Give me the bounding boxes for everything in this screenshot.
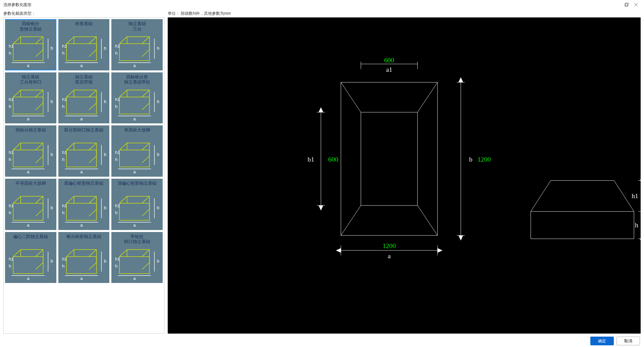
- svg-text:h1: h1: [9, 256, 14, 262]
- svg-line-123: [89, 249, 96, 256]
- svg-text:a: a: [27, 170, 30, 175]
- svg-text:h1: h1: [115, 203, 120, 208]
- thumb-inverted-frustum[interactable]: 倒棱台独立基础 a b h1 h: [5, 125, 56, 177]
- thumb-equal-brick-footing[interactable]: 等高砖大放脚 a b h1 h: [111, 125, 163, 177]
- svg-text:h1: h1: [9, 150, 14, 155]
- left-panel: 参数化截面类型： 四棱锥台形独立基础 a b h1 h 杯形基础 a b h1 …: [3, 9, 164, 334]
- svg-text:b: b: [51, 205, 53, 210]
- cancel-button[interactable]: 取消: [616, 337, 640, 345]
- svg-text:h1: h1: [62, 97, 67, 102]
- right-panel: 单位： 除级数N外，其他参数为mm: [168, 9, 641, 334]
- thumb-frustum-foundation[interactable]: 四棱锥台形独立基础 a b h1 h: [5, 19, 56, 70]
- window-title: 选择参数化图形: [3, 2, 32, 8]
- svg-text:h: h: [9, 104, 11, 109]
- svg-text:b: b: [157, 99, 159, 104]
- svg-text:h: h: [115, 104, 117, 109]
- svg-text:a: a: [27, 116, 30, 121]
- svg-text:a: a: [133, 276, 136, 281]
- dim-b-label: b: [469, 156, 473, 163]
- thumb-eccentric-2step[interactable]: 偏心二阶独立基础 a b h1 h: [5, 232, 56, 283]
- svg-text:h: h: [62, 51, 64, 56]
- thumb-unequal-brick-footing[interactable]: 不等高砖大放脚 a b h1 h: [5, 179, 56, 230]
- svg-text:b: b: [104, 258, 106, 264]
- svg-line-96: [89, 196, 96, 204]
- thumb-short-col-cup[interactable]: 带短柱杯口独立基础 a b h1 h: [111, 232, 163, 283]
- svg-line-142: [418, 82, 438, 112]
- svg-text:h1: h1: [62, 256, 67, 262]
- thumb-indep-3step-cup[interactable]: 独立基础三台有杯口 a b h1 h: [5, 72, 56, 124]
- thumb-frustum-cup[interactable]: 锥台杯形独立基础 a b h1 h: [58, 232, 110, 283]
- thumb-cup-foundation[interactable]: 杯形基础 a b h1 h: [58, 19, 110, 70]
- dim-a1-value: 600: [384, 56, 394, 64]
- svg-text:a: a: [80, 63, 83, 68]
- dim-h1-label: h1: [632, 192, 638, 199]
- svg-text:b: b: [157, 152, 159, 157]
- svg-rect-0: [625, 4, 628, 6]
- dim-a-label: a: [388, 252, 391, 259]
- section-type-label: 参数化截面类型：: [3, 9, 164, 17]
- thumb-double-cup[interactable]: 双台双杯口独立基础 a b h1 h: [58, 125, 110, 177]
- thumb-indep-2layer-slope[interactable]: 独立基础双层带坡 a b h1 h: [58, 72, 110, 124]
- svg-text:b: b: [157, 46, 159, 51]
- svg-text:h: h: [9, 157, 11, 162]
- close-button[interactable]: [631, 1, 641, 8]
- svg-text:h1: h1: [9, 44, 14, 49]
- svg-text:b: b: [51, 46, 53, 51]
- svg-text:a: a: [133, 63, 136, 68]
- svg-text:a: a: [133, 116, 136, 121]
- svg-rect-1: [626, 3, 628, 6]
- svg-text:h: h: [115, 264, 117, 269]
- svg-text:h: h: [115, 210, 117, 215]
- preview-svg: 600 a1 1200 a b1: [168, 17, 641, 334]
- thumb-frustum-with-column[interactable]: 四棱锥台形独立基础带柱 a b h1 h: [111, 72, 163, 124]
- ok-button[interactable]: 确定: [590, 337, 614, 345]
- svg-text:h1: h1: [9, 203, 14, 208]
- svg-text:h: h: [62, 264, 64, 269]
- svg-line-132: [142, 249, 150, 256]
- svg-rect-121: [66, 256, 96, 274]
- dim-a-value: 1200: [382, 242, 396, 249]
- svg-line-143: [341, 206, 361, 235]
- svg-line-69: [89, 143, 96, 150]
- svg-text:b: b: [51, 152, 53, 157]
- svg-rect-58: [13, 150, 43, 167]
- svg-text:b: b: [51, 258, 53, 264]
- svg-line-105: [142, 196, 150, 204]
- svg-text:h: h: [62, 104, 64, 109]
- svg-rect-31: [13, 97, 43, 114]
- svg-text:h1: h1: [115, 97, 120, 102]
- svg-line-141: [341, 82, 361, 112]
- svg-line-87: [36, 196, 43, 204]
- svg-text:a: a: [27, 223, 30, 228]
- svg-rect-4: [13, 44, 43, 61]
- titlebar: 选择参数化图形: [0, 0, 644, 9]
- restore-button[interactable]: [622, 1, 631, 8]
- plan-view: 600 a1 1200 a b1: [308, 56, 491, 259]
- svg-line-33: [36, 90, 43, 97]
- svg-text:a: a: [133, 223, 136, 228]
- svg-text:a: a: [80, 116, 83, 121]
- unit-label: 单位： 除级数N外，其他参数为mm: [168, 9, 641, 17]
- svg-line-51: [142, 90, 150, 97]
- svg-text:a: a: [80, 170, 83, 175]
- svg-line-60: [36, 143, 43, 150]
- svg-text:b: b: [104, 205, 106, 210]
- thumb-indep-3step[interactable]: 独立基础三台 a b h1 h: [111, 19, 163, 70]
- svg-rect-76: [120, 150, 150, 167]
- svg-rect-112: [13, 256, 43, 274]
- svg-text:h1: h1: [115, 256, 120, 262]
- svg-text:b: b: [104, 99, 106, 104]
- thumbs-grid: 四棱锥台形独立基础 a b h1 h 杯形基础 a b h1 h 独立基础三台 …: [5, 19, 163, 283]
- svg-text:b: b: [104, 46, 106, 51]
- svg-rect-103: [120, 203, 150, 220]
- svg-text:b: b: [157, 258, 159, 264]
- svg-line-24: [142, 37, 150, 44]
- svg-line-42: [89, 90, 96, 97]
- svg-text:h: h: [9, 264, 11, 269]
- thumb-top-eccentric-rect[interactable]: 顶偏心矩形独立基础 a b h1 h: [111, 179, 163, 230]
- footer: 确定 取消: [0, 335, 644, 347]
- svg-rect-85: [13, 203, 43, 220]
- svg-line-78: [142, 143, 150, 150]
- thumb-bottom-eccentric-rect[interactable]: 底偏心矩形独立基础 a b h1 h: [58, 179, 110, 230]
- svg-text:b: b: [51, 99, 53, 104]
